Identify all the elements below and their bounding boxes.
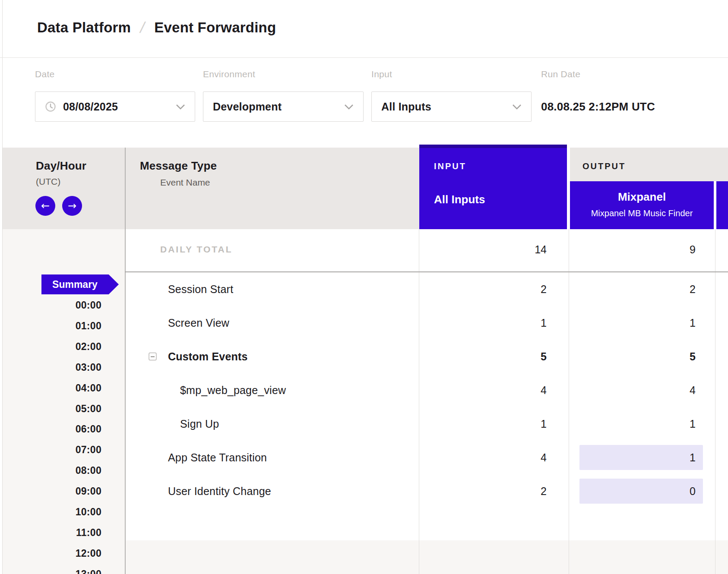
hour-item-04-00[interactable]: 04:00 (76, 382, 101, 394)
hour-item-09-00[interactable]: 09:00 (76, 486, 101, 497)
output-count-cell: 5 (690, 350, 696, 363)
hour-item-01-00[interactable]: 01:00 (76, 320, 101, 332)
daily-total-label: DAILY TOTAL (160, 244, 233, 255)
input-count-cell: 5 (541, 350, 547, 363)
input-count-cell: 4 (541, 451, 547, 464)
breadcrumb-separator: / (139, 19, 147, 37)
chevron-down-icon (176, 104, 185, 110)
table-row: Sign Up11 (0, 407, 728, 441)
input-column-accent-strip (419, 145, 567, 148)
input-dropdown-value: All Inputs (381, 101, 505, 113)
input-filter-label: Input (371, 69, 392, 79)
table-footer-band (125, 540, 728, 574)
input-count-cell: 4 (541, 384, 547, 397)
output-connection-name: Mixpanel (570, 190, 714, 204)
hour-item-03-00[interactable]: 03:00 (76, 362, 101, 373)
input-dropdown[interactable]: All Inputs (371, 91, 532, 122)
event-name-cell: Session Start (168, 283, 233, 296)
breadcrumb-section[interactable]: Data Platform (37, 19, 131, 36)
column-gap (567, 145, 570, 229)
event-name-cell: $mp_web_page_view (180, 384, 286, 397)
next-day-button[interactable]: → (62, 196, 82, 216)
arrow-right-icon: → (68, 201, 76, 211)
output-count-cell: 1 (690, 418, 696, 430)
event-forwarding-page: Data Platform / Event Forwarding Date En… (0, 0, 728, 574)
hour-item-02-00[interactable]: 02:00 (76, 341, 101, 353)
run-date-label: Run Date (541, 69, 580, 79)
chevron-down-icon (512, 104, 522, 110)
output-count-cell: 4 (690, 384, 696, 397)
input-column-name: All Inputs (434, 193, 485, 206)
table-row: $mp_web_page_view44 (0, 373, 728, 407)
hour-item-00-00[interactable]: 00:00 (76, 300, 101, 311)
hour-item-05-00[interactable]: 05:00 (76, 403, 101, 415)
date-filter-label: Date (35, 69, 55, 79)
hour-item-07-00[interactable]: 07:00 (76, 444, 101, 456)
table-row: User Identity Change20 (0, 474, 728, 508)
output-group-label: OUTPUT (582, 161, 626, 171)
output-connection-subtitle: Mixpanel MB Music Finder (570, 208, 714, 218)
output-count-cell: 0 (690, 485, 696, 498)
input-group-label: INPUT (434, 161, 466, 171)
output-highlight-cell (579, 479, 703, 504)
arrow-left-icon: ← (41, 201, 50, 211)
hour-item-10-00[interactable]: 10:00 (76, 506, 101, 518)
event-name-subtitle: Event Name (160, 177, 210, 188)
previous-day-button[interactable]: ← (35, 196, 55, 216)
event-name-cell: User Identity Change (168, 485, 271, 498)
input-count-cell: 2 (541, 283, 547, 296)
daily-total-input-count: 14 (535, 243, 547, 256)
output-count-cell: 1 (690, 451, 696, 464)
output-highlight-cell (579, 445, 703, 470)
date-dropdown[interactable]: 08/08/2025 (35, 91, 195, 122)
input-count-cell: 2 (541, 485, 547, 498)
hour-item-12-00[interactable]: 12:00 (76, 548, 101, 559)
message-type-column-title: Message Type (140, 159, 217, 173)
input-count-cell: 1 (541, 317, 547, 329)
table-row: Custom Events55 (0, 340, 728, 373)
output-column-header-mixpanel[interactable]: Mixpanel Mixpanel MB Music Finder (570, 181, 714, 229)
run-date-value: 08.08.25 2:12PM UTC (541, 100, 655, 114)
minus-collapse-icon[interactable] (149, 353, 157, 361)
event-name-cell: Screen View (168, 317, 229, 329)
output-count-cell: 1 (690, 317, 696, 329)
day-hour-timezone: (UTC) (36, 177, 60, 187)
environment-dropdown-value: Development (213, 101, 337, 113)
hour-item-08-00[interactable]: 08:00 (76, 465, 101, 476)
environment-filter-label: Environment (203, 69, 255, 79)
date-dropdown-value: 08/08/2025 (63, 101, 169, 113)
input-count-cell: 1 (541, 418, 547, 430)
chevron-down-icon (344, 104, 354, 110)
clock-icon (45, 101, 56, 112)
page-title: Event Forwarding (154, 19, 276, 36)
output-column-header-partial[interactable] (716, 181, 728, 229)
environment-dropdown[interactable]: Development (203, 91, 364, 122)
table-row: Screen View11 (0, 306, 728, 340)
header-divider (0, 57, 728, 58)
table-row: App State Transition41 (0, 441, 728, 474)
event-name-cell: Custom Events (168, 350, 248, 363)
hour-item-06-00[interactable]: 06:00 (76, 423, 101, 435)
event-name-cell: App State Transition (168, 451, 267, 464)
output-count-cell: 2 (690, 283, 696, 296)
hour-item-13-00[interactable]: 13:00 (76, 568, 101, 574)
summary-tab[interactable]: Summary (41, 274, 119, 294)
breadcrumb: Data Platform / Event Forwarding (37, 19, 276, 37)
input-column-header[interactable]: INPUT All Inputs (419, 145, 567, 229)
daily-total-output-count: 9 (690, 243, 696, 256)
day-hour-column-title: Day/Hour (36, 159, 86, 173)
event-name-cell: Sign Up (180, 418, 219, 430)
hour-item-11-00[interactable]: 11:00 (76, 527, 101, 539)
